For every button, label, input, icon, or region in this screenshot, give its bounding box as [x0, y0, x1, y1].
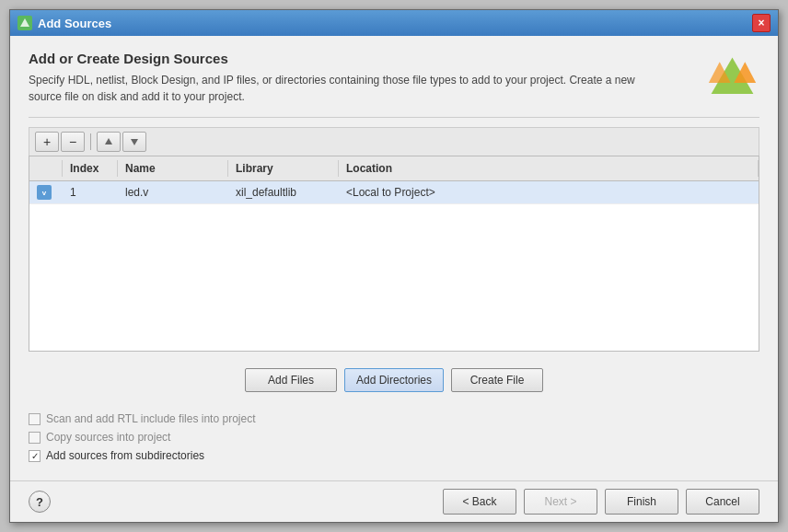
col-library: Library: [228, 160, 339, 177]
col-name: Name: [118, 160, 228, 177]
footer-buttons: < Back Next > Finish Cancel: [443, 489, 759, 515]
copy-sources-item: Copy sources into project: [29, 431, 759, 444]
row-location: <Local to Project>: [339, 181, 759, 203]
row-icon-cell: v: [29, 181, 63, 203]
finish-button[interactable]: Finish: [605, 489, 678, 515]
scan-rtl-checkbox[interactable]: [29, 413, 41, 425]
checkbox-section: Scan and add RTL include files into proj…: [29, 409, 759, 466]
svg-marker-4: [105, 138, 112, 145]
row-library: xil_defaultlib: [228, 181, 339, 203]
table-header: Index Name Library Location: [29, 156, 759, 181]
window-title: Add Sources: [38, 17, 111, 30]
add-directories-button[interactable]: Add Directories: [344, 368, 444, 392]
table-row[interactable]: v 1 led.v xil_defaultlib <Local to Proje…: [29, 181, 759, 204]
svg-marker-5: [131, 139, 138, 145]
main-content: Add or Create Design Sources Specify HDL…: [10, 36, 778, 480]
footer-left: ?: [29, 491, 51, 513]
move-up-button[interactable]: [97, 132, 121, 152]
logo: [704, 51, 759, 106]
table-toolbar: + −: [29, 127, 759, 156]
toolbar-separator: [90, 133, 91, 150]
titlebar-left: Add Sources: [17, 16, 111, 30]
help-button[interactable]: ?: [29, 491, 51, 513]
scan-rtl-item: Scan and add RTL include files into proj…: [29, 412, 759, 425]
table-area: + − Index Name Library Location: [29, 127, 759, 352]
action-buttons: Add Files Add Directories Create File: [29, 361, 759, 399]
footer: ? < Back Next > Finish Cancel: [10, 480, 778, 522]
move-down-button[interactable]: [122, 132, 146, 152]
header-section: Add or Create Design Sources Specify HDL…: [29, 51, 759, 118]
scan-rtl-label: Scan and add RTL include files into proj…: [46, 412, 255, 425]
row-index: 1: [63, 181, 118, 203]
create-file-button[interactable]: Create File: [451, 368, 543, 392]
table-body: v 1 led.v xil_defaultlib <Local to Proje…: [29, 181, 759, 351]
main-window: Add Sources × Add or Create Design Sourc…: [9, 9, 779, 523]
add-subdirs-checkbox[interactable]: [29, 450, 41, 462]
page-title: Add or Create Design Sources: [29, 51, 704, 66]
copy-sources-checkbox[interactable]: [29, 432, 41, 444]
app-icon: [17, 16, 32, 30]
add-subdirs-label: Add sources from subdirectories: [46, 449, 204, 462]
remove-source-button[interactable]: −: [61, 132, 85, 152]
col-index: Index: [63, 160, 118, 177]
cancel-button[interactable]: Cancel: [686, 489, 759, 515]
svg-marker-0: [20, 18, 29, 27]
col-icon: [29, 160, 63, 177]
col-location: Location: [339, 160, 759, 177]
add-source-button[interactable]: +: [35, 132, 59, 152]
header-text: Add or Create Design Sources Specify HDL…: [29, 51, 704, 105]
add-files-button[interactable]: Add Files: [245, 368, 337, 392]
close-button[interactable]: ×: [752, 14, 771, 32]
header-description: Specify HDL, netlist, Block Design, and …: [29, 72, 655, 105]
add-subdirs-item: Add sources from subdirectories: [29, 449, 759, 462]
row-name: led.v: [118, 181, 228, 203]
verilog-file-icon: v: [37, 185, 52, 200]
next-button: Next >: [524, 489, 597, 515]
back-button[interactable]: < Back: [443, 489, 516, 515]
titlebar: Add Sources ×: [10, 10, 778, 36]
copy-sources-label: Copy sources into project: [46, 431, 170, 444]
sources-table: Index Name Library Location v 1 led.v xi…: [29, 156, 759, 352]
